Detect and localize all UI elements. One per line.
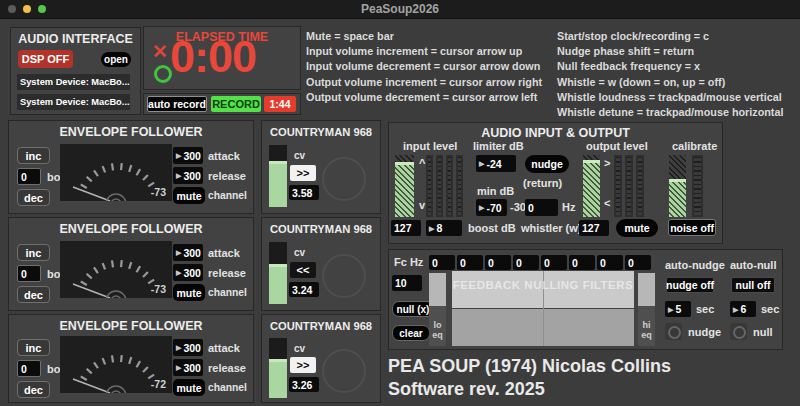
- boost-inc-button[interactable]: inc: [17, 339, 50, 356]
- pan-knob[interactable]: [322, 349, 366, 393]
- auto-null-label: auto-null: [730, 259, 776, 271]
- cv-slider[interactable]: [269, 242, 287, 304]
- envelope-follower-panel: ENVELOPE FOLLOWER inc 0 boost dec -73 ▶: [8, 120, 254, 214]
- nudge-button[interactable]: nudge: [525, 155, 569, 173]
- cv-direction-button[interactable]: >>: [290, 165, 316, 181]
- cv-label: cv: [294, 247, 305, 258]
- release-numbox[interactable]: ▶ 300: [173, 359, 203, 376]
- fc-numbox[interactable]: 0: [597, 255, 623, 270]
- input-meter: [446, 155, 453, 217]
- limiter-numbox[interactable]: ▶ -24: [476, 155, 516, 172]
- boost-db-numbox[interactable]: ▶ 8: [426, 220, 462, 236]
- dsp-toggle-button[interactable]: DSP OFF: [18, 50, 73, 68]
- fc-numbox[interactable]: 0: [457, 255, 483, 270]
- record-button[interactable]: RECORD: [211, 96, 261, 112]
- lo-eq-label: lo eq: [429, 321, 446, 340]
- numbox-triangle-icon: ▶: [176, 269, 181, 276]
- help-line: Nudge phase shift = return: [557, 44, 783, 59]
- min-db-extra-label: -30: [510, 201, 526, 213]
- auto-null-sec-numbox[interactable]: ▶ 6: [730, 301, 756, 317]
- countryman-title: COUNTRYMAN 968: [262, 320, 380, 332]
- help-line: Mute = space bar: [306, 29, 542, 44]
- open-audio-settings-button[interactable]: open: [101, 52, 131, 67]
- null-trigger-button[interactable]: [730, 323, 747, 340]
- fc-numbox[interactable]: 0: [625, 255, 651, 270]
- noise-toggle-button[interactable]: noise off: [668, 219, 716, 236]
- auto-record-button[interactable]: auto record: [147, 96, 207, 112]
- boost-dec-button[interactable]: dec: [17, 189, 50, 206]
- nudge-trigger-button[interactable]: [665, 323, 682, 340]
- release-numbox[interactable]: ▶ 300: [173, 167, 203, 184]
- cv-direction-button[interactable]: <<: [290, 262, 316, 278]
- attack-numbox[interactable]: ▶ 300: [173, 244, 203, 261]
- fc-freq-numbox[interactable]: 10: [392, 275, 422, 291]
- boost-inc-button[interactable]: inc: [17, 244, 50, 261]
- cv-slider[interactable]: [269, 338, 287, 398]
- elapsed-time-display: 0:00: [170, 31, 256, 83]
- output-level-value[interactable]: 127: [579, 220, 609, 236]
- channel-label: channel: [208, 287, 247, 298]
- clear-button[interactable]: clear: [392, 325, 430, 341]
- cv-value-box[interactable]: 3.58: [289, 185, 319, 200]
- fc-numbox[interactable]: 0: [513, 255, 539, 270]
- audio-interface-title: AUDIO INTERFACE: [11, 32, 140, 46]
- channel-label: channel: [208, 190, 247, 201]
- channel-mute-button[interactable]: mute: [173, 187, 205, 204]
- cv-direction-button[interactable]: >>: [290, 357, 316, 373]
- cv-slider[interactable]: [269, 145, 287, 207]
- output-mute-button[interactable]: mute: [616, 219, 658, 237]
- hi-eq-slider[interactable]: hi eq: [638, 273, 655, 346]
- output-device-menu[interactable]: System Device: MacBo...: [17, 94, 130, 110]
- whistler-freq-numbox[interactable]: 0: [525, 199, 558, 216]
- min-db-numbox[interactable]: ▶ -70: [476, 199, 507, 216]
- auto-nudge-state-button[interactable]: nudge off: [666, 277, 714, 293]
- boost-value-box[interactable]: 0: [17, 168, 41, 185]
- output-level-fill: [583, 160, 600, 217]
- cv-value-box[interactable]: 3.24: [289, 282, 319, 297]
- auto-null-sec-label: sec: [761, 303, 779, 315]
- boost-value-box[interactable]: 0: [17, 360, 41, 377]
- auto-null-state-button[interactable]: null off: [731, 277, 775, 293]
- input-level-value[interactable]: 127: [391, 220, 421, 236]
- calibrate-slider[interactable]: [669, 155, 686, 217]
- stop-x-icon[interactable]: ✕: [152, 40, 168, 63]
- fc-numbox[interactable]: 0: [541, 255, 567, 270]
- input-level-slider[interactable]: [395, 155, 414, 217]
- boost-dec-button[interactable]: dec: [17, 286, 50, 303]
- null-button[interactable]: null (x): [392, 301, 434, 317]
- cv-slider-knob: [269, 161, 287, 164]
- attack-numbox[interactable]: ▶ 300: [173, 339, 203, 356]
- calibrate-label: calibrate: [672, 140, 717, 152]
- filter-multislider[interactable]: FEEDBACK NULLING FILTERS: [452, 271, 634, 346]
- cv-value-box[interactable]: 3.26: [289, 377, 319, 392]
- fc-numbox[interactable]: 0: [569, 255, 595, 270]
- cv-slider-fill: [269, 264, 287, 304]
- boost-value-box[interactable]: 0: [17, 265, 41, 282]
- attack-label: attack: [208, 247, 240, 259]
- fc-hz-label: Fc Hz: [394, 256, 423, 268]
- boost-dec-button[interactable]: dec: [17, 381, 50, 398]
- lo-eq-slider[interactable]: lo eq: [429, 273, 446, 346]
- output-down-arrow: <: [604, 197, 610, 209]
- input-device-menu[interactable]: System Device: MacBo...: [17, 74, 130, 90]
- cv-label: cv: [294, 343, 305, 354]
- input-meter: [456, 155, 463, 217]
- fc-numbox[interactable]: 0: [485, 255, 511, 270]
- lo-eq-fill: [429, 273, 446, 306]
- release-numbox[interactable]: ▶ 300: [173, 264, 203, 281]
- vu-meter: -73: [60, 241, 172, 298]
- channel-mute-button[interactable]: mute: [173, 379, 205, 396]
- boost-inc-button[interactable]: inc: [17, 147, 50, 164]
- fc-numbox[interactable]: 0: [429, 255, 455, 270]
- input-meter: [426, 155, 433, 217]
- output-level-slider[interactable]: [583, 155, 600, 217]
- channel-mute-button[interactable]: mute: [173, 284, 205, 301]
- pan-knob[interactable]: [322, 157, 366, 201]
- auto-nudge-sec-numbox[interactable]: ▶ 5: [665, 301, 691, 317]
- whistler-label: whistler (w): [521, 222, 582, 234]
- meter-db-value: -72: [151, 378, 166, 390]
- attack-numbox[interactable]: ▶ 300: [173, 147, 203, 164]
- footer-title: PEA SOUP (1974) Nicolas Collins Software…: [388, 356, 671, 400]
- hi-eq-label: hi eq: [638, 321, 655, 340]
- pan-knob[interactable]: [322, 254, 366, 298]
